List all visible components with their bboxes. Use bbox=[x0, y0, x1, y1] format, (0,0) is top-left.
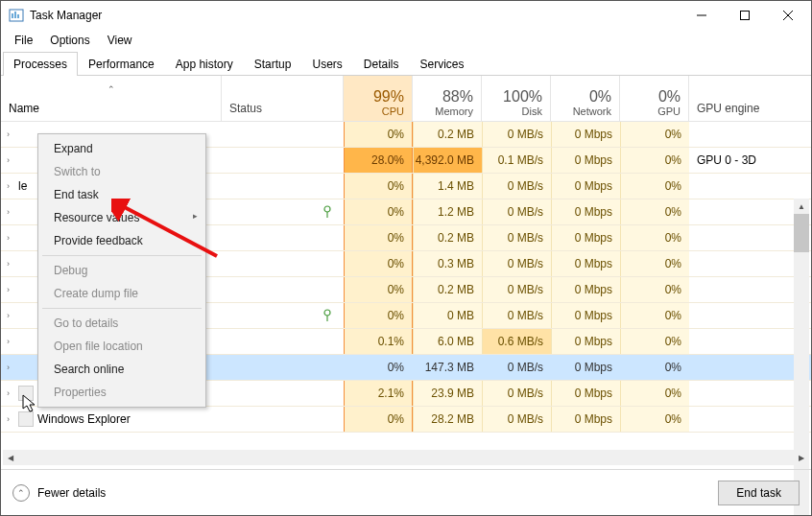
cell-cpu: 0.1% bbox=[344, 329, 413, 354]
scroll-up-icon[interactable]: ▲ bbox=[794, 199, 809, 214]
expand-icon[interactable]: › bbox=[7, 259, 14, 269]
menu-item-go-to-details: Go to details bbox=[40, 312, 203, 335]
process-icon bbox=[18, 386, 34, 401]
cell-status bbox=[222, 199, 344, 224]
cell-gpu: 0% bbox=[620, 148, 689, 173]
col-name[interactable]: ⌃Name bbox=[1, 76, 222, 121]
expand-icon[interactable]: › bbox=[7, 311, 14, 320]
menu-item-debug: Debug bbox=[40, 259, 203, 282]
menu-item-resource-values[interactable]: Resource values bbox=[40, 206, 203, 229]
col-disk[interactable]: 100%Disk bbox=[482, 76, 551, 121]
table-row[interactable]: ›Windows Explorer0%28.2 MB0 MB/s0 Mbps0% bbox=[1, 407, 811, 433]
cell-gpu-engine bbox=[689, 199, 800, 224]
menu-item-expand[interactable]: Expand bbox=[40, 137, 203, 160]
cell-disk: 0 MB/s bbox=[482, 174, 551, 199]
cell-status bbox=[222, 407, 344, 432]
leaf-icon bbox=[321, 309, 334, 322]
menu-item-end-task[interactable]: End task bbox=[40, 183, 203, 206]
cell-gpu-engine bbox=[689, 251, 800, 276]
fewer-details-label: Fewer details bbox=[37, 486, 106, 500]
cell-cpu: 0% bbox=[344, 407, 413, 432]
leaf-icon bbox=[321, 205, 334, 219]
expand-icon[interactable]: › bbox=[7, 285, 14, 294]
cell-status bbox=[222, 251, 344, 276]
cell-memory: 0.3 MB bbox=[413, 251, 482, 276]
cell-network: 0 Mbps bbox=[551, 355, 620, 380]
app-icon bbox=[9, 8, 24, 23]
cell-memory: 28.2 MB bbox=[413, 407, 482, 432]
cell-gpu: 0% bbox=[620, 355, 689, 380]
menu-item-provide-feedback[interactable]: Provide feedback bbox=[40, 229, 203, 252]
minimize-button[interactable] bbox=[680, 2, 723, 29]
cell-status bbox=[222, 148, 344, 173]
cell-gpu-engine bbox=[689, 329, 800, 354]
cell-network: 0 Mbps bbox=[551, 277, 620, 302]
menu-item-properties: Properties bbox=[40, 381, 203, 404]
cell-memory: 6.0 MB bbox=[413, 329, 482, 354]
cell-memory: 0.2 MB bbox=[413, 277, 482, 302]
maximize-button[interactable] bbox=[723, 2, 766, 29]
menu-separator bbox=[42, 255, 202, 256]
cell-status bbox=[222, 225, 344, 250]
expand-icon[interactable]: › bbox=[7, 181, 14, 191]
col-status[interactable]: Status bbox=[222, 76, 344, 121]
cell-disk: 0 MB/s bbox=[482, 251, 551, 276]
cell-memory: 147.3 MB bbox=[413, 355, 482, 380]
expand-icon[interactable]: › bbox=[7, 129, 14, 139]
menu-file[interactable]: File bbox=[7, 32, 40, 47]
col-network[interactable]: 0%Network bbox=[551, 76, 620, 121]
column-headers: ⌃Name Status 99%CPU 88%Memory 100%Disk 0… bbox=[1, 76, 811, 122]
cell-gpu-engine bbox=[689, 277, 800, 302]
cell-gpu: 0% bbox=[620, 303, 689, 328]
cell-disk: 0 MB/s bbox=[482, 381, 551, 406]
cell-disk: 0 MB/s bbox=[482, 303, 551, 328]
scroll-thumb[interactable] bbox=[794, 214, 809, 252]
cell-gpu-engine bbox=[689, 225, 800, 250]
cell-disk: 0.6 MB/s bbox=[482, 329, 551, 354]
tab-users[interactable]: Users bbox=[301, 52, 352, 76]
cell-memory: 0.2 MB bbox=[413, 225, 482, 250]
expand-icon[interactable]: › bbox=[7, 155, 14, 165]
context-menu: ExpandSwitch toEnd taskResource valuesPr… bbox=[37, 133, 206, 408]
cell-disk: 0 MB/s bbox=[482, 199, 551, 224]
horizontal-scrollbar[interactable]: ◀ ▶ bbox=[3, 450, 809, 465]
cell-gpu-engine bbox=[689, 355, 800, 380]
cell-disk: 0 MB/s bbox=[482, 122, 551, 147]
svg-rect-3 bbox=[17, 14, 19, 18]
expand-icon[interactable]: › bbox=[7, 233, 14, 243]
cell-cpu: 0% bbox=[344, 199, 413, 224]
end-task-button[interactable]: End task bbox=[718, 481, 800, 505]
expand-icon[interactable]: › bbox=[7, 363, 14, 372]
expand-icon[interactable]: › bbox=[7, 337, 14, 346]
tab-services[interactable]: Services bbox=[410, 52, 475, 76]
cell-gpu: 0% bbox=[620, 381, 689, 406]
expand-icon[interactable]: › bbox=[7, 388, 14, 398]
title-bar: Task Manager bbox=[1, 1, 811, 30]
col-gpu[interactable]: 0%GPU bbox=[620, 76, 689, 121]
col-cpu[interactable]: 99%CPU bbox=[344, 76, 413, 121]
menu-options[interactable]: Options bbox=[42, 32, 97, 47]
col-gpu-engine[interactable]: GPU engine bbox=[689, 76, 800, 121]
cell-network: 0 Mbps bbox=[551, 381, 620, 406]
svg-rect-2 bbox=[14, 12, 16, 18]
scroll-right-icon[interactable]: ▶ bbox=[794, 450, 809, 465]
menu-item-search-online[interactable]: Search online bbox=[40, 358, 203, 381]
cell-network: 0 Mbps bbox=[551, 303, 620, 328]
svg-point-10 bbox=[324, 310, 330, 316]
cell-gpu: 0% bbox=[620, 407, 689, 432]
cell-status bbox=[222, 174, 344, 199]
close-button[interactable] bbox=[766, 2, 809, 29]
expand-icon[interactable]: › bbox=[7, 207, 14, 217]
tab-app-history[interactable]: App history bbox=[165, 52, 244, 76]
menu-separator bbox=[42, 308, 202, 309]
fewer-details-button[interactable]: ⌃ Fewer details bbox=[12, 484, 106, 502]
tab-performance[interactable]: Performance bbox=[78, 52, 165, 76]
menu-view[interactable]: View bbox=[100, 32, 140, 47]
col-memory[interactable]: 88%Memory bbox=[413, 76, 482, 121]
tab-details[interactable]: Details bbox=[353, 52, 410, 76]
tab-processes[interactable]: Processes bbox=[3, 52, 78, 76]
tab-startup[interactable]: Startup bbox=[244, 52, 302, 76]
scroll-left-icon[interactable]: ◀ bbox=[3, 450, 18, 465]
expand-icon[interactable]: › bbox=[7, 414, 14, 424]
cell-network: 0 Mbps bbox=[551, 148, 620, 173]
